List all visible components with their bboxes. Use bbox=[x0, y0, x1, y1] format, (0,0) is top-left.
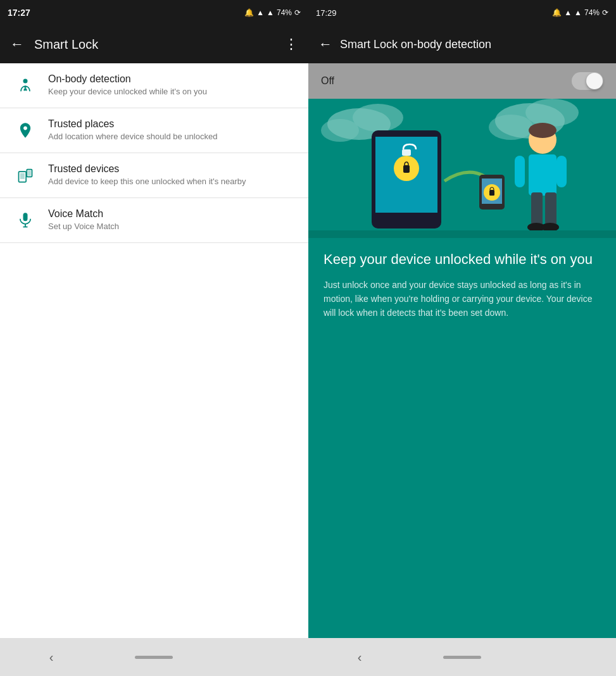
wifi-icon: ▲ bbox=[256, 8, 264, 17]
svg-point-29 bbox=[529, 123, 556, 138]
menu-item-on-body[interactable]: On-body detection Keep your device unloc… bbox=[0, 63, 308, 108]
signal-icon: ▲ bbox=[267, 8, 274, 17]
svg-rect-37 bbox=[308, 230, 616, 238]
menu-list: On-body detection Keep your device unloc… bbox=[0, 63, 308, 638]
left-back-button[interactable]: ← bbox=[10, 36, 24, 53]
right-time: 17:29 bbox=[316, 8, 337, 18]
right-battery-icon: 74% bbox=[584, 8, 600, 17]
voice-match-title: Voice Match bbox=[48, 208, 296, 220]
voice-match-text: Voice Match Set up Voice Match bbox=[48, 208, 296, 232]
on-body-toggle[interactable] bbox=[572, 72, 603, 90]
right-bottom-nav: ‹ bbox=[308, 638, 616, 676]
left-back-chevron-icon: ‹ bbox=[49, 650, 54, 665]
toggle-knob bbox=[586, 73, 603, 89]
left-top-bar: ← Smart Lock ⋮ bbox=[0, 25, 308, 63]
svg-point-15 bbox=[321, 119, 359, 142]
svg-rect-31 bbox=[515, 156, 525, 187]
svg-point-17 bbox=[525, 99, 579, 127]
content-heading: Keep your device unlocked while it's on … bbox=[324, 251, 601, 269]
svg-rect-23 bbox=[403, 165, 410, 173]
left-back-nav[interactable]: ‹ bbox=[32, 644, 70, 670]
toggle-label: Off bbox=[321, 75, 334, 87]
svg-rect-30 bbox=[529, 154, 556, 196]
trusted-devices-subtitle: Add device to keep this one unlocked whe… bbox=[48, 177, 296, 187]
right-status-bar: 17:29 🔔 ▲ ▲ 74% ⟳ bbox=[308, 0, 616, 25]
content-body: Just unlock once and your device stays u… bbox=[324, 278, 601, 320]
voice-match-subtitle: Set up Voice Match bbox=[48, 222, 296, 232]
right-back-nav[interactable]: ‹ bbox=[341, 644, 379, 670]
svg-point-0 bbox=[23, 78, 28, 83]
trusted-devices-title: Trusted devices bbox=[48, 163, 296, 175]
left-more-button[interactable]: ⋮ bbox=[284, 36, 298, 53]
left-time: 17:27 bbox=[8, 8, 30, 18]
svg-point-36 bbox=[541, 223, 559, 232]
right-sync-icon: ⟳ bbox=[602, 8, 608, 17]
right-wifi-icon: ▲ bbox=[564, 8, 572, 17]
person-icon bbox=[13, 77, 38, 94]
menu-item-trusted-places[interactable]: Trusted places Add location where device… bbox=[0, 108, 308, 153]
left-home-pill[interactable] bbox=[135, 656, 173, 659]
toggle-row: Off bbox=[308, 63, 616, 99]
on-body-subtitle: Keep your device unlocked while it's on … bbox=[48, 87, 296, 97]
left-panel: 17:27 🔔 ▲ ▲ 74% ⟳ ← Smart Lock ⋮ bbox=[0, 0, 308, 676]
svg-rect-10 bbox=[23, 213, 28, 221]
left-status-bar: 17:27 🔔 ▲ ▲ 74% ⟳ bbox=[0, 0, 308, 25]
pin-icon bbox=[13, 122, 38, 139]
svg-rect-34 bbox=[545, 192, 556, 227]
devices-icon bbox=[13, 166, 38, 184]
svg-rect-7 bbox=[20, 173, 25, 178]
svg-rect-32 bbox=[556, 156, 567, 187]
svg-rect-27 bbox=[489, 190, 494, 196]
trusted-places-text: Trusted places Add location where device… bbox=[48, 118, 296, 142]
right-screen-title: Smart Lock on-body detection bbox=[340, 38, 606, 51]
svg-point-18 bbox=[489, 115, 533, 140]
right-top-bar: ← Smart Lock on-body detection bbox=[308, 25, 616, 63]
right-back-button[interactable]: ← bbox=[318, 36, 332, 53]
menu-item-trusted-devices[interactable]: Trusted devices Add device to keep this … bbox=[0, 153, 308, 198]
right-signal-icon: ▲ bbox=[574, 8, 582, 17]
left-screen-title: Smart Lock bbox=[34, 37, 274, 52]
right-status-icons: 🔔 ▲ ▲ 74% ⟳ bbox=[552, 8, 608, 17]
right-panel: 17:29 🔔 ▲ ▲ 74% ⟳ ← Smart Lock on-body d… bbox=[308, 0, 616, 676]
content-area: Keep your device unlocked while it's on … bbox=[308, 238, 616, 638]
on-body-title: On-body detection bbox=[48, 73, 296, 85]
svg-point-1 bbox=[24, 86, 27, 89]
right-home-pill[interactable] bbox=[443, 656, 481, 659]
menu-item-voice-match[interactable]: Voice Match Set up Voice Match bbox=[0, 198, 308, 243]
bell-icon: 🔔 bbox=[244, 8, 254, 17]
on-body-text: On-body detection Keep your device unloc… bbox=[48, 73, 296, 97]
sync-icon: ⟳ bbox=[294, 8, 301, 17]
battery-icon: 74% bbox=[277, 8, 292, 17]
trusted-places-title: Trusted places bbox=[48, 118, 296, 130]
svg-rect-9 bbox=[28, 170, 31, 175]
right-back-chevron-icon: ‹ bbox=[358, 650, 362, 665]
trusted-places-subtitle: Add location where device should be unlo… bbox=[48, 132, 296, 142]
svg-rect-21 bbox=[402, 149, 411, 156]
right-bell-icon: 🔔 bbox=[552, 8, 562, 17]
mic-icon bbox=[13, 211, 38, 229]
illustration-area bbox=[308, 99, 616, 238]
svg-rect-33 bbox=[531, 192, 543, 227]
left-bottom-nav: ‹ bbox=[0, 638, 308, 676]
left-status-icons: 🔔 ▲ ▲ 74% ⟳ bbox=[244, 8, 301, 17]
trusted-devices-text: Trusted devices Add device to keep this … bbox=[48, 163, 296, 187]
svg-point-14 bbox=[353, 104, 403, 132]
